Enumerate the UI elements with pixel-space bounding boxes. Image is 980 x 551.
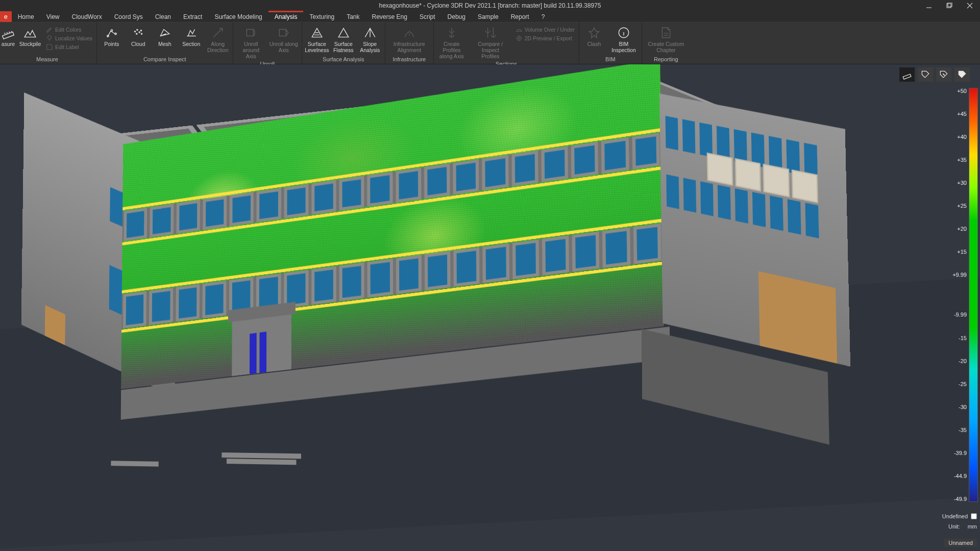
volume-over-under-button[interactable]: Volume Over / Under [513, 26, 577, 34]
edit-label-button[interactable]: Edit Label [44, 43, 94, 51]
svg-point-12 [141, 33, 142, 34]
tab-home[interactable]: Home [12, 11, 40, 22]
tab-view[interactable]: View [40, 11, 66, 22]
ribbon-group-unroll: Unroll around Axis Unroll along Axis Unr… [233, 22, 302, 64]
window-band-lower [121, 219, 663, 332]
tab-texturing[interactable]: Texturing [303, 11, 340, 22]
legend-labels: +50 +45 +40 +35 +30 +25 +20 +15 +9.99 -9… [943, 85, 969, 505]
legend-undefined-checkbox[interactable] [971, 513, 977, 519]
ribbon-group-bim: Clash BIM Inspection BIM [579, 22, 642, 64]
bim-inspection-button[interactable]: BIM Inspection [608, 25, 640, 54]
tab-extract[interactable]: Extract [177, 11, 208, 22]
window-title: hexagonhouse* - Cyclone 3DR Dev 2021.1 [… [379, 2, 601, 9]
tab-cloudworx[interactable]: CloudWorx [66, 11, 108, 22]
measure-button[interactable]: asure [0, 25, 16, 48]
legend-footer: Undefined Unit: mm [942, 511, 977, 532]
close-button[interactable] [960, 0, 980, 11]
hud-tag-toggle[interactable] [954, 67, 970, 82]
svg-point-11 [140, 30, 141, 31]
mesh-button[interactable]: Mesh [152, 25, 178, 48]
tab-help[interactable]: ? [535, 11, 551, 22]
svg-rect-1 [948, 3, 952, 7]
ribbon-group-surface-analysis: Surface Levelness Surface Flatness Slope… [302, 22, 385, 64]
points-icon [105, 26, 118, 40]
preview-export-button[interactable]: 2D Preview / Export [513, 34, 577, 42]
surface-flatness-button[interactable]: Surface Flatness [331, 25, 356, 54]
tab-clean[interactable]: Clean [149, 11, 177, 22]
svg-point-7 [134, 31, 135, 32]
cloud-button[interactable]: Cloud [126, 25, 151, 48]
road-icon [402, 26, 417, 40]
ribbon-group-compare-inspect: Points Cloud Mesh Section Along Directio… [97, 22, 233, 64]
report-icon [659, 26, 673, 40]
unroll-around-axis-button[interactable]: Unroll around Axis [235, 25, 267, 60]
hud-label-toggle[interactable] [918, 67, 933, 82]
window-band-upper [122, 128, 662, 245]
svg-rect-0 [947, 4, 951, 8]
tab-surface-modeling[interactable]: Surface Modeling [208, 11, 268, 22]
points-button[interactable]: Points [99, 25, 125, 48]
hud-section-toggle[interactable] [936, 67, 951, 82]
tab-debug[interactable]: Debug [442, 11, 472, 22]
levelness-icon [310, 26, 324, 40]
clash-icon [587, 26, 601, 40]
ribbon: asure Stockpile Edit Colors Localize Val… [0, 22, 980, 64]
ribbon-group-reporting: Create Custom Chapter Reporting [642, 22, 690, 64]
profiles-axis-icon [445, 26, 458, 40]
window-buttons [919, 0, 980, 11]
create-profiles-along-axis-button[interactable]: Create Profiles along Axis [436, 25, 468, 60]
slope-analysis-button[interactable]: Slope Analysis [357, 25, 383, 54]
tab-analysis[interactable]: Analysis [268, 11, 304, 22]
legend-unit-value: mm [968, 521, 977, 532]
status-view-tab[interactable]: Unnamed [944, 539, 977, 547]
tab-sample[interactable]: Sample [472, 11, 505, 22]
svg-rect-2 [3, 32, 14, 39]
maximize-button[interactable] [939, 0, 960, 11]
svg-point-3 [48, 36, 52, 39]
compare-profiles-icon [483, 26, 498, 40]
compare-inspect-profiles-button[interactable]: Compare / Inspect Profiles [469, 25, 512, 60]
tab-reverse-eng[interactable]: Reverse Eng [366, 11, 413, 22]
svg-point-10 [136, 33, 137, 34]
ribbon-group-sections: Create Profiles along Axis Compare / Ins… [434, 22, 579, 64]
create-custom-chapter-button[interactable]: Create Custom Chapter [644, 25, 688, 54]
tab-tank[interactable]: Tank [340, 11, 365, 22]
svg-point-9 [139, 32, 140, 33]
info-icon [617, 26, 630, 40]
unroll-along-icon [277, 26, 291, 40]
section-button[interactable]: Section [179, 25, 204, 48]
measure-subcol: Edit Colors Localize Values Edit Label [44, 25, 94, 51]
sections-subcol: Volume Over / Under 2D Preview / Export [513, 25, 577, 42]
infra-alignment-button[interactable]: Infrastructure Alignment [387, 25, 431, 54]
viewport-3d[interactable]: +50 +45 +40 +35 +30 +25 +20 +15 +9.99 -9… [0, 64, 980, 551]
color-legend[interactable]: +50 +45 +40 +35 +30 +25 +20 +15 +9.99 -9… [943, 85, 978, 505]
tab-report[interactable]: Report [505, 11, 535, 22]
title-bar: hexagonhouse* - Cyclone 3DR Dev 2021.1 [… [0, 0, 980, 11]
edit-colors-button[interactable]: Edit Colors [44, 26, 94, 34]
legend-unit-label: Unit: [948, 521, 960, 532]
clash-button[interactable]: Clash [581, 25, 607, 48]
flatness-icon [337, 26, 350, 40]
minimize-button[interactable] [919, 0, 939, 11]
mesh-icon [158, 26, 172, 40]
localize-values-button[interactable]: Localize Values [44, 34, 94, 42]
ribbon-group-infrastructure: Infrastructure Alignment Infrastructure [385, 22, 434, 64]
stockpile-button[interactable]: Stockpile [17, 25, 43, 48]
right-wing-wall [659, 93, 850, 366]
section-icon [185, 26, 198, 40]
ruler-icon [2, 26, 15, 40]
arrow-diagonal-icon [211, 26, 225, 40]
legend-gradient-bar [969, 88, 978, 502]
building-model [17, 64, 980, 534]
svg-point-8 [137, 30, 138, 31]
tab-file[interactable]: e [0, 11, 12, 22]
tab-coord-sys[interactable]: Coord Sys [108, 11, 149, 22]
svg-rect-15 [903, 74, 911, 79]
menu-tab-strip: e Home View CloudWorx Coord Sys Clean Ex… [0, 11, 980, 22]
tab-script[interactable]: Script [413, 11, 442, 22]
surface-levelness-button[interactable]: Surface Levelness [304, 25, 330, 54]
along-direction-button[interactable]: Along Direction [205, 25, 231, 54]
hud-measure-toggle[interactable] [899, 67, 915, 82]
stockpile-icon [23, 26, 37, 40]
unroll-along-axis-button[interactable]: Unroll along Axis [268, 25, 300, 54]
